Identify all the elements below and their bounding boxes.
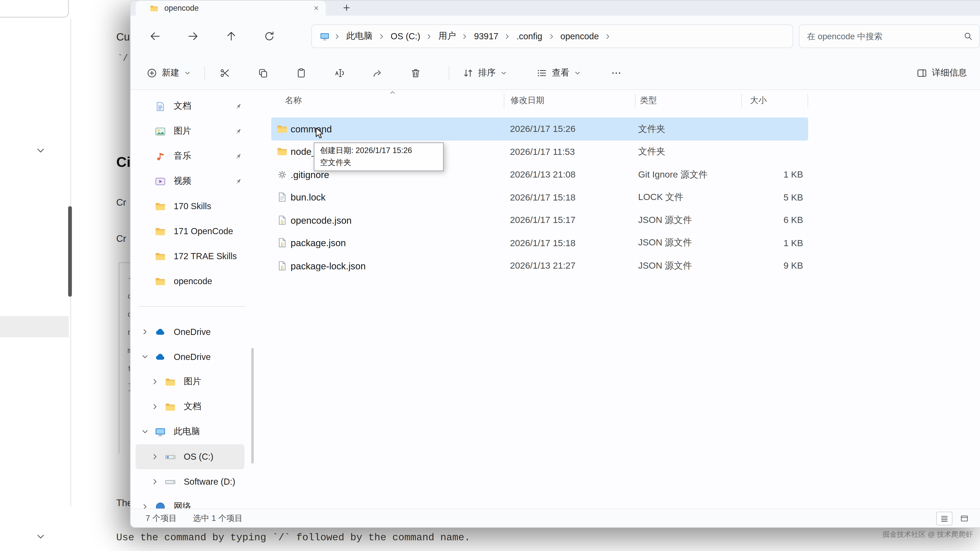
sidebar-item[interactable]: 音乐 (135, 144, 244, 168)
copy-button[interactable] (251, 62, 275, 84)
breadcrumb-item[interactable]: 此电脑 (342, 29, 377, 44)
sort-button-label: 排序 (478, 67, 496, 79)
breadcrumb-chevron-icon (604, 32, 612, 40)
sidebar-scrollbar[interactable] (251, 348, 254, 464)
file-name: opencode.json (288, 215, 504, 225)
items-count: 7 个项目 (146, 513, 177, 524)
sidebar-item-label: OneDrive (174, 327, 245, 337)
view-button-label: 查看 (552, 67, 570, 79)
sidebar-item[interactable]: 此电脑 (135, 419, 244, 444)
background-scrollbar[interactable] (68, 206, 72, 297)
sidebar-item[interactable]: 171 OpenCode (135, 219, 244, 244)
view-button[interactable]: 查看 (531, 62, 587, 84)
breadcrumb-item[interactable]: opencode (556, 29, 603, 43)
new-tab-icon[interactable] (342, 3, 352, 13)
column-header-name[interactable]: 名称 (271, 94, 504, 107)
refresh-button[interactable] (259, 25, 280, 47)
file-row[interactable]: {}opencode.json2026/1/17 15:17JSON 源文件6 … (271, 209, 808, 231)
lib-pic-icon (154, 125, 166, 137)
file-type: LOCK 文件 (635, 191, 741, 203)
column-header-type[interactable]: 类型 (635, 94, 741, 107)
address-bar[interactable]: 此电脑OS (C:)用户93917.configopencode (311, 24, 794, 48)
column-header-date[interactable]: 修改日期 (504, 94, 635, 107)
chevron-right-icon[interactable] (141, 502, 149, 508)
up-button[interactable] (221, 25, 242, 47)
this-pc-icon (319, 31, 330, 41)
share-button[interactable] (365, 62, 390, 84)
file-row[interactable]: {}package-lock.json2026/1/13 21:27JSON 源… (271, 254, 808, 277)
search-input[interactable] (807, 32, 963, 41)
pin-icon (234, 152, 242, 160)
cut-button[interactable] (213, 62, 238, 84)
breadcrumb-item[interactable]: OS (C:) (386, 29, 425, 43)
breadcrumb-item[interactable]: .config (512, 29, 547, 43)
list-view-button[interactable] (936, 511, 953, 525)
folder-icon (276, 123, 288, 135)
rename-button[interactable] (327, 62, 352, 84)
chevron-right-icon[interactable] (151, 452, 159, 461)
file-date: 2026/1/17 15:18 (504, 192, 635, 202)
folder-icon (164, 401, 177, 413)
sidebar-item[interactable]: OneDrive (135, 344, 244, 369)
sidebar-item[interactable]: OneDrive (135, 319, 244, 344)
delete-button[interactable] (403, 62, 428, 84)
lib-doc-icon (154, 100, 166, 112)
breadcrumb-item[interactable]: 用户 (434, 29, 460, 44)
sidebar-divider (138, 306, 245, 306)
sidebar-item[interactable]: 文档 (135, 94, 244, 119)
more-button[interactable] (604, 62, 629, 84)
chevron-right-icon[interactable] (151, 402, 159, 411)
sidebar-item[interactable]: OS (C:) (135, 444, 244, 469)
background-text: Cr (116, 233, 126, 244)
chevron-down-icon[interactable] (35, 531, 46, 542)
folder-icon (276, 146, 288, 158)
sidebar-item[interactable]: 172 TRAE Skills (135, 244, 244, 268)
tooltip: 创建日期: 2026/1/17 15:26 空文件夹 (313, 142, 444, 171)
tooltip-line-1: 创建日期: 2026/1/17 15:26 (320, 145, 438, 157)
file-size: 6 KB (741, 215, 808, 225)
chevron-right-icon[interactable] (151, 377, 159, 386)
column-header-size[interactable]: 大小 (741, 94, 808, 107)
sidebar-item[interactable]: 图片 (135, 119, 244, 144)
back-button[interactable] (145, 25, 165, 47)
sidebar-item[interactable]: 图片 (135, 369, 244, 394)
new-button[interactable]: 新建 (141, 62, 197, 84)
chevron-down-icon[interactable] (141, 427, 149, 436)
chevron-down-icon[interactable] (35, 145, 46, 156)
file-name: bun.lock (288, 192, 504, 203)
json-file-icon: {} (276, 237, 288, 249)
file-type: JSON 源文件 (635, 214, 741, 226)
file-row[interactable]: {}package.json2026/1/17 15:18JSON 源文件1 K… (271, 231, 808, 254)
breadcrumb-chevron-icon (377, 32, 386, 40)
sidebar-item[interactable]: 文档 (135, 394, 244, 419)
breadcrumb-chevron-icon (503, 32, 511, 40)
forward-button[interactable] (183, 25, 204, 47)
chevron-down-icon[interactable] (141, 352, 149, 361)
chevron-right-icon[interactable] (151, 477, 159, 486)
file-row[interactable]: command2026/1/17 15:26文件夹 (271, 118, 808, 140)
background-highlight-row (0, 316, 68, 337)
sidebar-item-label: 音乐 (174, 151, 234, 162)
sidebar-item[interactable]: 170 Skills (135, 194, 244, 219)
file-list: command2026/1/17 15:26文件夹node_modules202… (256, 118, 980, 277)
details-button[interactable]: 详细信息 (911, 62, 972, 84)
tab-opencode[interactable]: opencode (135, 0, 325, 16)
thumbnail-view-button[interactable] (956, 511, 973, 525)
breadcrumb-item[interactable]: 93917 (469, 29, 503, 43)
paste-button[interactable] (289, 62, 313, 84)
file-row[interactable]: bun.lock2026/1/17 15:18LOCK 文件5 KB (271, 186, 808, 209)
sort-button[interactable]: 排序 (457, 62, 513, 84)
file-size: 1 KB (741, 169, 808, 179)
tab-close-icon[interactable] (310, 3, 322, 14)
sidebar-item-label: 网络 (174, 501, 245, 508)
new-button-label: 新建 (162, 67, 180, 79)
sidebar-item[interactable]: opencode (135, 268, 244, 294)
pin-icon (234, 177, 242, 185)
sidebar-item-label: 170 Skills (174, 201, 245, 211)
breadcrumb-chevron-icon (333, 32, 341, 40)
sidebar-item[interactable]: 网络 (135, 494, 244, 508)
sidebar-item[interactable]: Software (D:) (135, 469, 244, 494)
search-icon[interactable] (963, 31, 973, 41)
sidebar-item[interactable]: 视频 (135, 168, 244, 194)
chevron-right-icon[interactable] (141, 327, 149, 336)
